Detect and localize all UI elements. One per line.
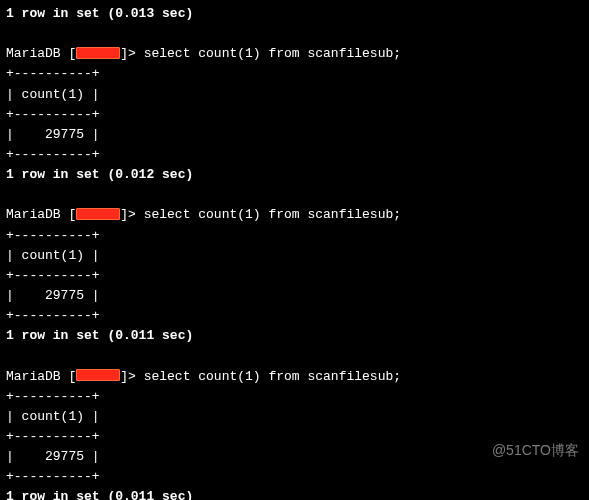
result-summary: 1 row in set (0.012 sec) — [6, 165, 583, 185]
summary-suffix: sec) — [154, 6, 193, 21]
query-time: 0.012 — [115, 167, 154, 182]
table-border: +----------+ — [6, 64, 583, 84]
prompt-suffix: ]> — [120, 369, 143, 384]
prompt-prefix: MariaDB [ — [6, 369, 76, 384]
result-summary: 1 row in set (0.011 sec) — [6, 326, 583, 346]
table-border: +----------+ — [6, 387, 583, 407]
table-row: | 29775 | — [6, 286, 583, 306]
summary-suffix: sec) — [154, 489, 193, 500]
sql-command: select count(1) from scanfilesub; — [144, 207, 401, 222]
table-border: +----------+ — [6, 427, 583, 447]
table-header: | count(1) | — [6, 407, 583, 427]
table-row: | 29775 | — [6, 447, 583, 467]
prompt-prefix: MariaDB [ — [6, 46, 76, 61]
table-header: | count(1) | — [6, 85, 583, 105]
table-border: +----------+ — [6, 467, 583, 487]
db-prompt-line: MariaDB []> select count(1) from scanfil… — [6, 205, 583, 225]
db-prompt-line: MariaDB []> select count(1) from scanfil… — [6, 367, 583, 387]
table-border: +----------+ — [6, 226, 583, 246]
table-row: | 29775 | — [6, 125, 583, 145]
result-summary: 1 row in set (0.011 sec) — [6, 487, 583, 500]
query-time: 0.011 — [115, 489, 154, 500]
query-time: 0.011 — [115, 328, 154, 343]
summary-prefix: 1 row in set ( — [6, 489, 115, 500]
table-border: +----------+ — [6, 306, 583, 326]
redacted-dbname — [76, 369, 120, 381]
prompt-suffix: ]> — [120, 46, 143, 61]
table-border: +----------+ — [6, 145, 583, 165]
summary-suffix: sec) — [154, 328, 193, 343]
summary-prefix: 1 row in set ( — [6, 6, 115, 21]
table-border: +----------+ — [6, 105, 583, 125]
blank-line — [6, 346, 583, 366]
redacted-dbname — [76, 208, 120, 220]
summary-prefix: 1 row in set ( — [6, 328, 115, 343]
blank-line — [6, 24, 583, 44]
summary-suffix: sec) — [154, 167, 193, 182]
summary-prefix: 1 row in set ( — [6, 167, 115, 182]
redacted-dbname — [76, 47, 120, 59]
terminal-output: 1 row in set (0.013 sec) MariaDB []> sel… — [6, 4, 583, 500]
prompt-suffix: ]> — [120, 207, 143, 222]
table-border: +----------+ — [6, 266, 583, 286]
db-prompt-line: MariaDB []> select count(1) from scanfil… — [6, 44, 583, 64]
prompt-prefix: MariaDB [ — [6, 207, 76, 222]
query-time: 0.013 — [115, 6, 154, 21]
sql-command: select count(1) from scanfilesub; — [144, 46, 401, 61]
table-header: | count(1) | — [6, 246, 583, 266]
blank-line — [6, 185, 583, 205]
result-summary: 1 row in set (0.013 sec) — [6, 4, 583, 24]
sql-command: select count(1) from scanfilesub; — [144, 369, 401, 384]
